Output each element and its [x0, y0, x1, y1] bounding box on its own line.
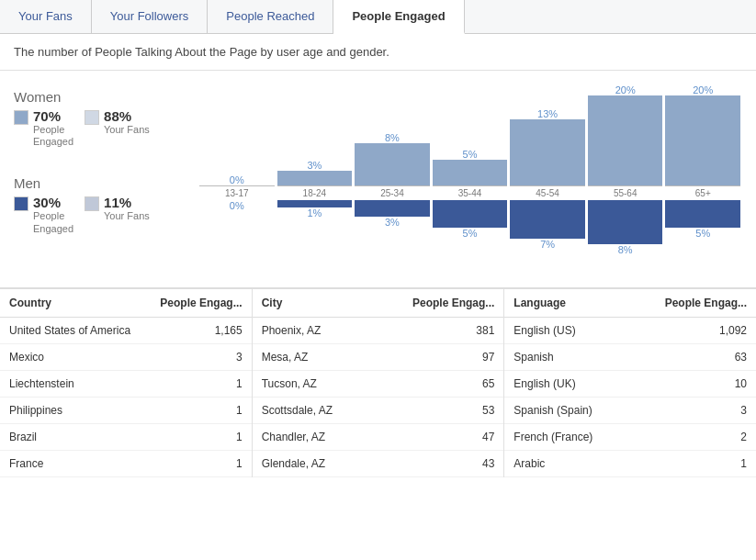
country-col-header: Country	[0, 289, 146, 318]
language-value: 3	[628, 398, 756, 424]
language-value: 63	[628, 344, 756, 371]
men-fans-box	[85, 196, 99, 211]
city-name: Phoenix, AZ	[253, 318, 371, 344]
women-engaged-pct: 70%	[33, 108, 73, 124]
tab-your-fans[interactable]: Your Fans	[0, 0, 92, 33]
country-value: 1,165	[146, 318, 251, 344]
tab-people-engaged[interactable]: People Engaged	[333, 0, 464, 34]
women-label: Women	[14, 89, 197, 105]
table-row: Mexico3	[0, 344, 252, 371]
city-value: 53	[371, 398, 504, 424]
language-name: Spanish (Spain)	[504, 398, 628, 424]
table-row: Glendale, AZ43	[253, 451, 504, 477]
women-fans-box	[85, 110, 99, 125]
language-value: 10	[628, 371, 756, 398]
tab-people-reached[interactable]: People Reached	[208, 0, 333, 33]
women-fans-desc: Your Fans	[104, 124, 150, 136]
city-value: 47	[371, 424, 504, 451]
language-name: Spanish	[504, 344, 628, 371]
country-value: 1	[146, 451, 251, 477]
language-engaged-col-header: People Engag...	[628, 289, 756, 318]
language-col-header: Language	[504, 289, 628, 318]
country-name: Brazil	[0, 424, 146, 451]
table-row: English (UK)10	[504, 371, 756, 398]
table-row: Phoenix, AZ381	[253, 318, 504, 344]
city-name: Scottsdale, AZ	[253, 398, 371, 424]
women-fans-pct: 88%	[104, 108, 150, 124]
men-fans-desc: Your Fans	[104, 210, 150, 222]
women-engaged-box	[14, 110, 28, 125]
chart-area: Women 70% PeopleEngaged 88% Your Fans	[0, 71, 756, 278]
country-name: Mexico	[0, 344, 146, 371]
table-row: English (US)1,092	[504, 318, 756, 344]
country-name: United States of America	[0, 318, 146, 344]
table-row: Spanish63	[504, 344, 756, 371]
city-value: 43	[371, 451, 504, 477]
table-row: United States of America1,165	[0, 318, 252, 344]
men-engaged-desc: PeopleEngaged	[33, 210, 73, 234]
men-engaged-box	[14, 196, 28, 211]
city-name: Tucson, AZ	[253, 371, 371, 398]
tables-section: Country People Engag... United States of…	[0, 287, 756, 477]
table-row: Mesa, AZ97	[253, 344, 504, 371]
language-name: French (France)	[504, 424, 628, 451]
city-name: Glendale, AZ	[253, 451, 371, 477]
city-name: Mesa, AZ	[253, 344, 371, 371]
language-table: Language People Engag... English (US)1,0…	[504, 289, 756, 477]
language-value: 1	[628, 451, 756, 477]
tab-bar: Your Fans Your Followers People Reached …	[0, 0, 756, 34]
table-row: Chandler, AZ47	[253, 424, 504, 451]
table-row: France1	[0, 451, 252, 477]
country-value: 1	[146, 371, 251, 398]
tab-your-followers[interactable]: Your Followers	[92, 0, 209, 33]
city-col-header: City	[253, 289, 371, 318]
men-engaged-pct: 30%	[33, 195, 73, 210]
country-engaged-col-header: People Engag...	[146, 289, 251, 318]
table-row: Tucson, AZ65	[253, 371, 504, 398]
city-value: 381	[371, 318, 504, 344]
country-value: 1	[146, 398, 251, 424]
table-row: Liechtenstein1	[0, 371, 252, 398]
bar-chart: 0% 3% 8% 5%	[197, 80, 742, 274]
country-value: 3	[146, 344, 251, 371]
men-fans-pct: 11%	[104, 195, 150, 210]
table-row: Philippines1	[0, 398, 252, 424]
language-value: 1,092	[628, 318, 756, 344]
men-label: Men	[14, 175, 197, 191]
women-engaged-desc: PeopleEngaged	[33, 124, 73, 148]
city-value: 97	[371, 344, 504, 371]
language-name: Arabic	[504, 451, 628, 477]
country-name: Liechtenstein	[0, 371, 146, 398]
table-row: Scottsdale, AZ53	[253, 398, 504, 424]
table-row: Arabic1	[504, 451, 756, 477]
city-table: City People Engag... Phoenix, AZ381Mesa,…	[253, 289, 505, 477]
country-value: 1	[146, 424, 251, 451]
city-engaged-col-header: People Engag...	[371, 289, 504, 318]
country-table: Country People Engag... United States of…	[0, 289, 253, 477]
country-name: France	[0, 451, 146, 477]
language-name: English (US)	[504, 318, 628, 344]
language-name: English (UK)	[504, 371, 628, 398]
table-row: French (France)2	[504, 424, 756, 451]
table-row: Spanish (Spain)3	[504, 398, 756, 424]
table-row: Brazil1	[0, 424, 252, 451]
language-value: 2	[628, 424, 756, 451]
country-name: Philippines	[0, 398, 146, 424]
city-name: Chandler, AZ	[253, 424, 371, 451]
chart-description: The number of People Talking About the P…	[0, 34, 756, 71]
city-value: 65	[371, 371, 504, 398]
